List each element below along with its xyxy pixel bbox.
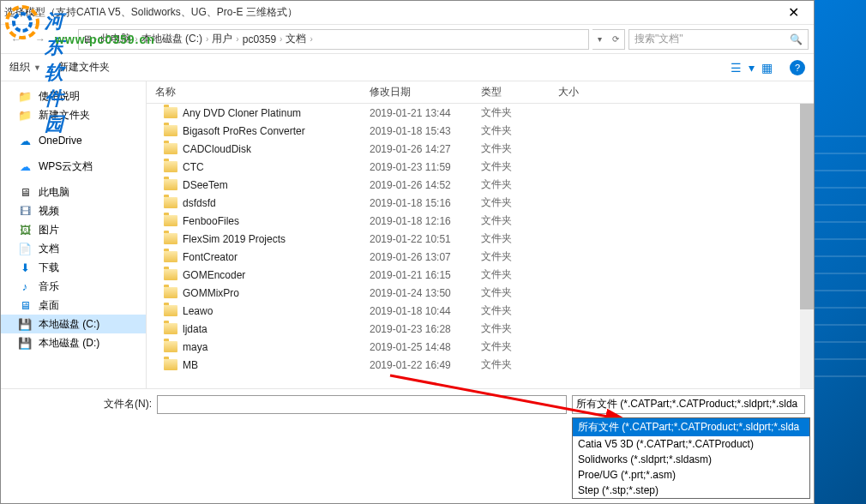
back-button[interactable]: ← <box>6 29 27 50</box>
file-row[interactable]: Bigasoft ProRes Converter2019-01-18 15:4… <box>147 122 814 140</box>
column-type[interactable]: 类型 <box>481 85 558 99</box>
folder-icon <box>164 287 177 298</box>
sidebar-item-label: 此电脑 <box>39 185 69 200</box>
column-headers: 名称 修改日期 类型 大小 <box>147 81 814 104</box>
chevron-down-icon[interactable]: ▾ <box>749 61 755 75</box>
filetype-option[interactable]: Solidworks (*.sldprt;*.sldasm) <box>573 452 809 467</box>
file-date: 2019-01-18 12:16 <box>370 215 481 227</box>
filetype-option[interactable]: Step (*.stp;*.step) <box>573 483 809 498</box>
close-button[interactable]: ✕ <box>776 4 810 21</box>
file-row[interactable]: FontCreator2019-01-26 13:07文件夹 <box>147 248 814 266</box>
file-name: CADCloudDisk <box>183 143 251 155</box>
scrollbar-thumb[interactable] <box>800 104 814 309</box>
search-input[interactable]: 搜索"文档" 🔍 <box>628 29 809 50</box>
file-type: 文件夹 <box>481 303 558 318</box>
desktop-background <box>815 0 866 504</box>
folder-icon <box>164 233 177 244</box>
file-type: 文件夹 <box>481 321 558 336</box>
sidebar-item[interactable]: 📁使用说明 <box>1 87 146 105</box>
sidebar-item[interactable]: 🖥桌面 <box>1 296 146 315</box>
file-row[interactable]: ljdata2019-01-23 16:28文件夹 <box>147 320 814 338</box>
file-open-dialog: 选择模型（支持CATIA V5、Solidworks、UG、Pro-E 三维格式… <box>0 0 815 504</box>
sidebar-item[interactable]: 💾本地磁盘 (C:) <box>1 315 146 333</box>
column-size[interactable]: 大小 <box>558 85 627 99</box>
sidebar-item-label: 本地磁盘 (D:) <box>39 336 99 351</box>
pc-icon: 🖥 <box>82 33 93 45</box>
view-list-icon[interactable]: ☰ <box>731 61 742 75</box>
breadcrumb-dropdown[interactable]: ▾⟳ <box>592 29 625 50</box>
folder-icon <box>164 341 177 352</box>
file-row[interactable]: GOMMixPro2019-01-24 13:50文件夹 <box>147 284 814 302</box>
sidebar-item[interactable]: ☁WPS云文档 <box>1 157 146 176</box>
sidebar-item[interactable]: ⬇下载 <box>1 258 146 277</box>
file-type: 文件夹 <box>481 177 558 192</box>
file-row[interactable]: Leawo2019-01-18 10:44文件夹 <box>147 302 814 320</box>
new-folder-button[interactable]: 新建文件夹 <box>58 60 110 75</box>
file-name: Any DVD Cloner Platinum <box>183 107 301 119</box>
file-row[interactable]: DSeeTem2019-01-26 14:52文件夹 <box>147 176 814 194</box>
preview-pane-icon[interactable]: ▦ <box>761 61 773 75</box>
file-date: 2019-01-23 11:59 <box>370 161 481 173</box>
desk-icon: 🖥 <box>18 298 32 312</box>
filetype-combo[interactable]: 所有文件 (*.CATPart;*.CATProduct;*.sldprt;*.… <box>572 395 805 414</box>
sidebar-item[interactable]: 💾本地磁盘 (D:) <box>1 333 146 352</box>
organize-button[interactable]: 组织▼ <box>9 60 41 75</box>
column-name[interactable]: 名称 <box>147 85 370 99</box>
file-type: 文件夹 <box>481 339 558 354</box>
breadcrumb-node[interactable]: 此电脑 <box>99 32 133 46</box>
breadcrumb-node[interactable]: 本地磁盘 (C:) <box>140 32 204 46</box>
folder-icon <box>164 161 177 172</box>
folder-icon <box>164 251 177 262</box>
folder-icon <box>164 269 177 280</box>
wps-icon: ☁ <box>18 159 32 173</box>
toolbar: 组织▼ 新建文件夹 ☰ ▾ ▦ ? <box>1 54 814 81</box>
help-button[interactable]: ? <box>790 60 805 75</box>
filetype-option[interactable]: Catia V5 3D (*.CATPart;*.CATProduct) <box>573 436 809 452</box>
filetype-option[interactable]: 所有文件 (*.CATPart;*.CATProduct;*.sldprt;*.… <box>573 418 809 436</box>
file-type: 文件夹 <box>481 231 558 246</box>
sidebar-item-label: WPS云文档 <box>39 159 93 174</box>
file-date: 2019-01-18 15:16 <box>370 197 481 209</box>
file-date: 2019-01-22 10:51 <box>370 233 481 245</box>
sidebar-item-label: 桌面 <box>39 298 59 313</box>
breadcrumb[interactable]: 🖥 › 此电脑 › 本地磁盘 (C:) › 用户 › pc0359 › 文档 › <box>78 29 589 50</box>
refresh-icon[interactable]: ⟳ <box>607 34 624 44</box>
scrollbar[interactable] <box>800 104 814 388</box>
sidebar-item[interactable]: 🖼图片 <box>1 220 146 239</box>
filename-input[interactable] <box>157 395 567 414</box>
file-type: 文件夹 <box>481 195 558 210</box>
chevron-right-icon: › <box>135 34 137 44</box>
sidebar-item[interactable]: 🖥此电脑 <box>1 183 146 201</box>
file-type: 文件夹 <box>481 123 558 138</box>
forward-button[interactable]: → <box>30 29 51 50</box>
file-row[interactable]: MB2019-01-22 16:49文件夹 <box>147 356 814 374</box>
video-icon: 🎞 <box>18 204 32 218</box>
file-row[interactable]: CTC2019-01-23 11:59文件夹 <box>147 158 814 176</box>
file-row[interactable]: dsfdsfd2019-01-18 15:16文件夹 <box>147 194 814 212</box>
file-row[interactable]: maya2019-01-25 14:48文件夹 <box>147 338 814 356</box>
file-date: 2019-01-23 16:28 <box>370 323 481 335</box>
file-name: GOMMixPro <box>183 287 239 299</box>
sidebar: 📁使用说明📁新建文件夹☁OneDrive☁WPS云文档🖥此电脑🎞视频🖼图片📄文档… <box>1 81 147 388</box>
breadcrumb-node[interactable]: 用户 <box>210 32 234 46</box>
sidebar-item[interactable]: 📁新建文件夹 <box>1 105 146 124</box>
up-button[interactable]: ↑ <box>54 29 75 50</box>
file-row[interactable]: CADCloudDisk2019-01-26 14:27文件夹 <box>147 140 814 158</box>
sidebar-item-label: 本地磁盘 (C:) <box>39 317 99 332</box>
folder-icon <box>164 107 177 118</box>
file-list: 名称 修改日期 类型 大小 Any DVD Cloner Platinum201… <box>147 81 814 388</box>
sidebar-item[interactable]: ☁OneDrive <box>1 131 146 150</box>
sidebar-item[interactable]: 📄文档 <box>1 239 146 258</box>
music-icon: ♪ <box>18 279 32 293</box>
file-row[interactable]: Any DVD Cloner Platinum2019-01-21 13:44文… <box>147 104 814 122</box>
breadcrumb-node[interactable]: 文档 <box>284 32 308 46</box>
sidebar-item[interactable]: ♪音乐 <box>1 277 146 296</box>
sidebar-item[interactable]: 🎞视频 <box>1 201 146 220</box>
breadcrumb-node[interactable]: pc0359 <box>241 33 278 45</box>
file-name: MB <box>183 359 198 371</box>
column-date[interactable]: 修改日期 <box>370 85 481 99</box>
file-row[interactable]: GOMEncoder2019-01-21 16:15文件夹 <box>147 266 814 284</box>
file-row[interactable]: FlexSim 2019 Projects2019-01-22 10:51文件夹 <box>147 230 814 248</box>
file-row[interactable]: FenbooFiles2019-01-18 12:16文件夹 <box>147 212 814 230</box>
filetype-option[interactable]: Proe/UG (*.prt;*.asm) <box>573 467 809 483</box>
